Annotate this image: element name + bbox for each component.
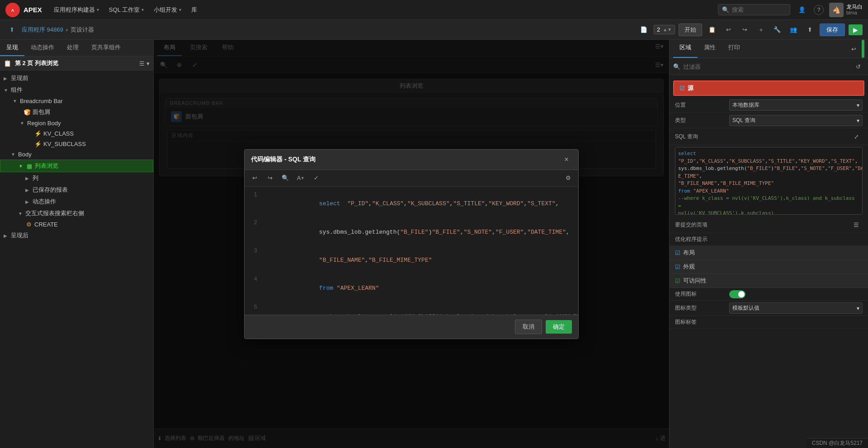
sidebar-item-dynamic-actions[interactable]: ▶ 动态操作 [0,196,153,207]
section-layout[interactable]: ☑ 布局 [670,246,868,260]
right-panel-body: ☑ 源 位置 本地数据库 ▾ 类型 SQL 查询 ▾ SQ [670,75,868,448]
chevron-down-icon: ▾ [179,7,181,12]
confirm-button[interactable]: 确定 [546,320,572,334]
sidebar-item-region-body[interactable]: ▼ Region Body [0,118,153,128]
section-source[interactable]: ☑ 源 [673,80,864,96]
right-panel-back-icon[interactable]: ↩ [847,42,860,55]
run-button[interactable]: ▶ [849,24,863,35]
prop-icon-type: 图标类型 模板默认值 ▾ [670,301,868,316]
undo-icon[interactable]: ↩ [722,24,735,36]
right-tabs: 区域 属性 打印 ↩ [670,40,868,58]
location-select[interactable]: 本地数据库 ▾ [729,99,863,111]
modal-body[interactable]: 1 select "P_ID","K_CLASS","K_SUBCLASS","… [245,187,578,315]
share-icon[interactable]: ⬆ [803,24,816,36]
filter-options-icon[interactable]: ↺ [852,60,864,73]
section-accessibility[interactable]: ☑ 可访问性 [670,274,868,288]
sidebar-item-columns[interactable]: ▶ 列 [0,172,153,184]
copy-icon[interactable]: 📋 [706,24,718,36]
nav-gallery[interactable]: 库 [187,3,202,17]
user-id: blma [846,10,863,16]
chevron-right-icon: ▶ [4,233,9,238]
section-appearance[interactable]: ☑ 外观 [670,260,868,274]
sidebar-item-list-view[interactable]: ▼ ▦ 列表浏览 [0,160,153,172]
sidebar-item-breadcrumb[interactable]: 🍞 面包屑 [0,106,153,118]
component-tree: ▶ 呈现前 ▼ 组件 ▼ Breadcrumb Bar 🍞 面包屑 [0,71,153,448]
tab-dynamic-actions[interactable]: 动态操作 [24,40,61,56]
tab-region[interactable]: 区域 [673,40,698,58]
use-icon-toggle[interactable] [729,290,745,298]
sidebar-item-kv-subclass[interactable]: ⚡ KV_SUBCLASS [0,139,153,149]
expand-sql-icon[interactable]: ⤢ [850,130,863,143]
stepper-icon: ▲▼ [663,27,672,32]
nav-app-builder[interactable]: 应用程序构建器 ▾ [49,3,104,17]
sidebar-item-body[interactable]: ▼ Body [0,149,153,160]
sidebar-item-components[interactable]: ▼ 组件 [0,84,153,96]
sidebar-item-post-render[interactable]: ▶ 呈现后 [0,230,153,241]
sidebar-item-create[interactable]: ⚙ CREATE [0,219,153,230]
add-icon[interactable]: ＋ [755,24,767,36]
format-icon[interactable]: A+ [294,172,307,184]
location-label: 位置 [675,101,729,109]
filter-input[interactable] [683,63,849,70]
modal-close-button[interactable]: × [561,154,572,165]
section-appearance-label: 外观 [683,263,695,271]
breadcrumb: 应用程序 94869 › 页设计器 [22,26,634,34]
sidebar-item-breadcrumb-bar[interactable]: ▼ Breadcrumb Bar [0,96,153,106]
chevron-down-icon: ▾ [857,118,859,124]
code-line-1: 1 select "P_ID","K_CLASS","K_SUBCLASS","… [248,190,575,218]
type-select[interactable]: SQL 查询 ▾ [729,115,863,126]
center-panel: 布局 页搜索 帮助 ☰▾ 🔍 ⊕ ⤢ ☰▾ 列表浏览 BREADCRUMB BA… [154,40,669,448]
save-button[interactable]: 保存 [820,24,845,36]
tab-print[interactable]: 打印 [722,40,746,58]
settings-icon[interactable]: 🔧 [771,24,783,36]
chevron-down-icon: ▾ [857,102,859,108]
search-icon: 🔍 [722,6,729,13]
apex-logo: A [5,3,20,17]
nav-team-dev[interactable]: 小组开发 ▾ [149,3,186,17]
tab-attributes[interactable]: 属性 [698,40,722,58]
type-label: 类型 [675,117,729,124]
undo-icon[interactable]: ↩ [248,172,261,184]
sidebar-item-search-sidebar[interactable]: ▼ 交互式报表搜索栏右侧 [0,207,153,219]
search-code-icon[interactable]: 🔍 [279,172,292,184]
search-input[interactable] [732,6,786,13]
user-account[interactable]: 🐴 龙马白 blma [829,3,863,17]
modal-overlay: 代码编辑器 - SQL 查询 × ↩ ↪ 🔍 A+ ✓ ⚙ 1 [154,40,669,448]
chevron-down-icon: ▼ [4,88,9,93]
prop-optimizer: 优化程序提示 [670,233,868,246]
code-settings-icon[interactable]: ⚙ [562,172,575,184]
tab-render[interactable]: 呈现 [0,40,24,56]
chevron-right-icon: ▶ [25,176,31,181]
tab-processing[interactable]: 处理 [61,40,85,56]
required-pages-icon[interactable]: ☰ [850,218,863,231]
user-profile-icon[interactable]: 👤 [796,4,808,16]
users-icon[interactable]: 👥 [787,24,800,36]
status-bar: CSDN @白龙马5217 [807,438,868,448]
sidebar-item-prerender[interactable]: ▶ 呈现前 [0,72,153,84]
breadcrumb-app[interactable]: 应用程序 94869 [22,26,63,34]
sidebar-item-saved-reports[interactable]: ▶ 已保存的报表 [0,184,153,196]
tree-menu-icon[interactable]: ☰ ▾ [139,60,150,67]
chevron-down-icon: ▾ [97,7,99,12]
breadcrumb-icon: 🍞 [24,109,31,116]
nav-sql-workshop[interactable]: SQL 工作室 ▾ [104,3,148,17]
icon-type-select[interactable]: 模板默认值 ▾ [729,302,863,314]
help-icon[interactable]: ? [814,5,824,15]
code-line-4: 4 from "APEX_LEARN" [248,275,575,303]
code-line-2: 2 sys.dbms_lob.getlength("B_FILE")"B_FIL… [248,218,575,246]
cancel-button[interactable]: 取消 [515,320,542,334]
page-icon: ⬆ [5,24,18,36]
search-box[interactable]: 🔍 [718,4,790,15]
redo-icon[interactable]: ↪ [738,24,751,36]
redo-icon[interactable]: ↪ [264,172,276,184]
start-button[interactable]: 开始 [679,24,702,36]
sql-code-display[interactable]: select "P_ID","K_CLASS","K_SUBCLASS","S_… [675,147,863,215]
page-type-icon: 📋 [4,60,11,67]
code-editor[interactable]: 1 select "P_ID","K_CLASS","K_SUBCLASS","… [245,187,578,315]
validate-icon[interactable]: ✓ [310,172,322,184]
tab-shared-components[interactable]: 页共享组件 [85,40,127,56]
required-pages-label: 要提交的页项 [675,221,729,229]
sidebar-item-kv-class[interactable]: ⚡ KV_CLASS [0,128,153,139]
page-selector[interactable]: 2 ▲▼ [654,25,675,34]
new-page-icon[interactable]: 📄 [637,24,650,36]
